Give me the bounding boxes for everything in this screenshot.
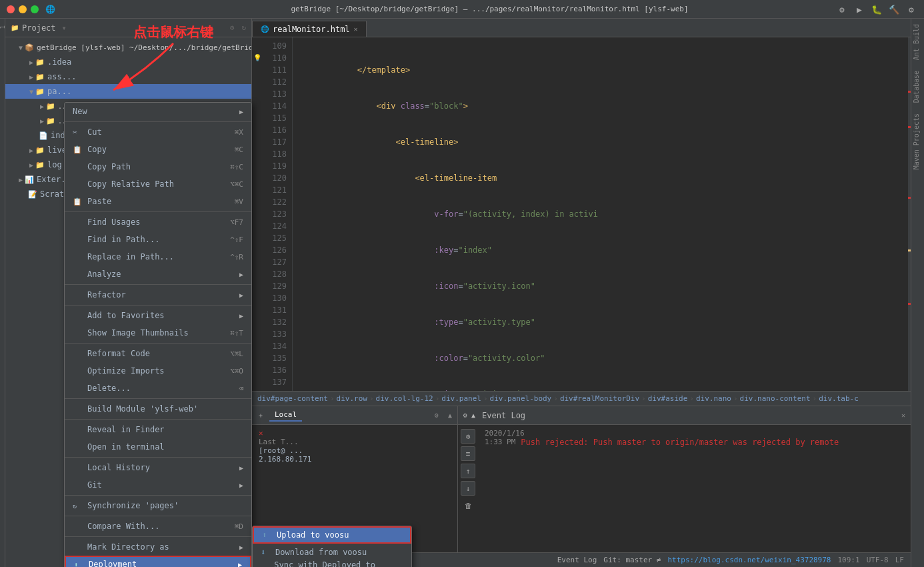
gutter-110[interactable]: 💡	[252, 52, 263, 64]
menu-item-git[interactable]: Git ▶	[65, 476, 251, 494]
menu-item-reformat[interactable]: Reformat Code ⌥⌘L	[65, 345, 251, 362]
menu-item-new[interactable]: New ▶	[65, 103, 251, 120]
run-btn[interactable]: ▶	[852, 2, 867, 17]
terminal-add-btn[interactable]: ＋	[257, 411, 264, 420]
minimize-button[interactable]	[19, 5, 27, 13]
menu-item-synchronize[interactable]: ↻ Synchronize 'pages'	[65, 497, 251, 514]
tree-item-idea[interactable]: ▶ 📁 .idea	[5, 55, 251, 69]
gear-icon[interactable]: ⚙	[230, 23, 235, 32]
ant-build-label[interactable]: Ant Build	[911, 19, 924, 65]
menu-item-optimize[interactable]: Optimize Imports ⌥⌘O	[65, 362, 251, 380]
tree-item-root[interactable]: ▼ 📦 getBridge [ylsf-web] ~/Desktop/.../b…	[5, 40, 251, 55]
menu-sep-1	[65, 121, 251, 122]
close-button[interactable]	[7, 5, 15, 13]
menu-sep-10	[65, 516, 251, 516]
terminal-last-t: Last T...	[259, 438, 451, 446]
breadcrumb-col[interactable]: div.col-lg-12	[376, 394, 433, 403]
menu-item-cut[interactable]: ✂ Cut ⌘X	[65, 123, 251, 141]
menu-item-favorites[interactable]: Add to Favorites ▶	[65, 307, 251, 324]
code-content[interactable]: </template> <div class="block"> <el-time…	[293, 37, 903, 391]
code-line-110: <div class="block">	[299, 100, 896, 112]
breadcrumb-nano[interactable]: div.nano	[696, 394, 731, 403]
submenu-download[interactable]: ⬇ Download from voosu	[253, 544, 411, 561]
project-header: 📁 Project ▾ ⚙ ↻	[5, 19, 251, 37]
event-log-status[interactable]: Event Log	[557, 556, 597, 564]
breadcrumb-panel-body[interactable]: div.panel-body	[490, 394, 552, 403]
breadcrumb-row[interactable]: div.row	[337, 394, 367, 403]
menu-item-local-history[interactable]: Local History ▶	[65, 459, 251, 476]
tab-close-btn[interactable]: ✕	[354, 25, 358, 33]
maximize-button[interactable]	[31, 5, 39, 13]
terminal-tabs: Local	[269, 409, 302, 422]
tree-item-assets[interactable]: ▶ 📁 ass...	[5, 69, 251, 84]
app-name-icon: 🌐	[45, 5, 55, 14]
event-icon-trash[interactable]: 🗑	[461, 498, 475, 513]
gutter-icons: 💡	[252, 37, 263, 391]
database-label[interactable]: Database	[911, 65, 924, 108]
settings-btn[interactable]: ⚙	[904, 2, 919, 17]
gutter-117	[252, 136, 263, 148]
menu-item-mark-dir[interactable]: Mark Directory as ▶	[65, 538, 251, 556]
breadcrumb-nano-content[interactable]: div.nano-content	[740, 394, 811, 403]
csdn-link[interactable]: https://blog.csdn.net/weixin_43728978	[667, 556, 831, 564]
breadcrumb-real-monitor-div[interactable]: div#realMonitorDiv	[560, 394, 639, 403]
menu-item-analyze[interactable]: Analyze ▶	[65, 265, 251, 283]
menu-sep-4	[65, 305, 251, 306]
submenu-upload[interactable]: ⬆ Upload to voosu	[253, 526, 411, 544]
terminal-expand-icon[interactable]: ▲	[448, 412, 452, 419]
menu-item-copy-rel[interactable]: Copy Relative Path ⌥⌘C	[65, 175, 251, 193]
gutter-125	[252, 232, 263, 244]
debug-btn[interactable]: 🐛	[869, 2, 884, 17]
menu-item-reveal[interactable]: Reveal in Finder	[65, 421, 251, 438]
event-icon-down[interactable]: ↓	[461, 481, 475, 496]
maven-label[interactable]: Maven Projects	[911, 108, 924, 175]
gutter-115	[252, 112, 263, 124]
terminal-settings-icon[interactable]: ⚙	[435, 412, 439, 419]
event-msg: Push rejected: Push master to origin/mas…	[521, 438, 839, 447]
menu-item-thumbnails[interactable]: Show Image Thumbnails ⌘⇧T	[65, 324, 251, 342]
terminal-tab-local[interactable]: Local	[269, 409, 302, 422]
menu-item-delete[interactable]: Delete... ⌫	[65, 380, 251, 397]
breadcrumb-aside[interactable]: div#aside	[648, 394, 688, 403]
build-btn[interactable]: 🔨	[887, 2, 901, 17]
submenu-sync[interactable]: ↻ Sync with Deployed to voosu...	[253, 561, 411, 567]
event-log-close-icon[interactable]: ✕	[901, 412, 905, 419]
menu-item-find-usages[interactable]: Find Usages ⌥F7	[65, 213, 251, 231]
gutter-119	[252, 160, 263, 172]
breadcrumb-panel[interactable]: div.panel	[441, 394, 481, 403]
code-line-115: :icon="activity.icon"	[299, 280, 896, 292]
position-status: 109:1	[838, 556, 860, 564]
menu-item-copy[interactable]: 📋 Copy ⌘C	[65, 141, 251, 158]
terminal-ip: 2.168.80.171	[259, 455, 451, 464]
editor-scrollbar[interactable]	[903, 37, 911, 391]
gutter-112	[252, 76, 263, 88]
breadcrumb-tab-c[interactable]: div.tab-c	[819, 394, 859, 403]
project-title: Project	[22, 23, 56, 33]
menu-item-replace-path[interactable]: Replace in Path... ^⇧R	[65, 248, 251, 265]
menu-item-deployment[interactable]: ⬆ Deployment ▶	[65, 556, 251, 567]
tree-item-pages[interactable]: ▼ 📁 pa...	[5, 84, 251, 99]
sync-icon[interactable]: ↻	[241, 23, 246, 32]
menu-item-paste[interactable]: 📋 Paste ⌘V	[65, 193, 251, 210]
menu-sep-7	[65, 419, 251, 420]
menu-sep-8	[65, 457, 251, 458]
event-log-panel: ⚙ ▲ Event Log ✕ ⚙ ≡ ↑ ↓ 🗑	[457, 406, 911, 552]
tab-real-monitor[interactable]: 🌐 realMonitor.html ✕	[252, 21, 367, 37]
menu-sep-6	[65, 398, 251, 399]
event-icon-filter[interactable]: ⚙	[461, 429, 475, 444]
menu-item-find-path[interactable]: Find in Path... ^⇧F	[65, 231, 251, 248]
menu-item-compare[interactable]: Compare With... ⌘D	[65, 518, 251, 535]
gutter-120	[252, 172, 263, 184]
event-log-settings-icon[interactable]: ⚙	[463, 412, 467, 419]
menu-item-refactor[interactable]: Refactor ▶	[65, 286, 251, 304]
menu-item-build-module[interactable]: Build Module 'ylsf-web'	[65, 400, 251, 418]
breadcrumb-page-content[interactable]: div#page-content	[257, 394, 328, 403]
search-toolbar-btn[interactable]: ⚙	[835, 2, 849, 17]
menu-item-copy-path[interactable]: Copy Path ⌘⇧C	[65, 158, 251, 175]
menu-item-open-terminal[interactable]: Open in terminal	[65, 438, 251, 456]
title-bar: 🌐 getBridge [~/Desktop/bridge/getBridge]…	[0, 0, 924, 19]
event-icon-up[interactable]: ↑	[461, 464, 475, 478]
traffic-lights[interactable]	[7, 5, 39, 13]
event-icon-gear[interactable]: ≡	[461, 446, 475, 461]
event-log-expand-icon[interactable]: ▲	[471, 412, 475, 419]
